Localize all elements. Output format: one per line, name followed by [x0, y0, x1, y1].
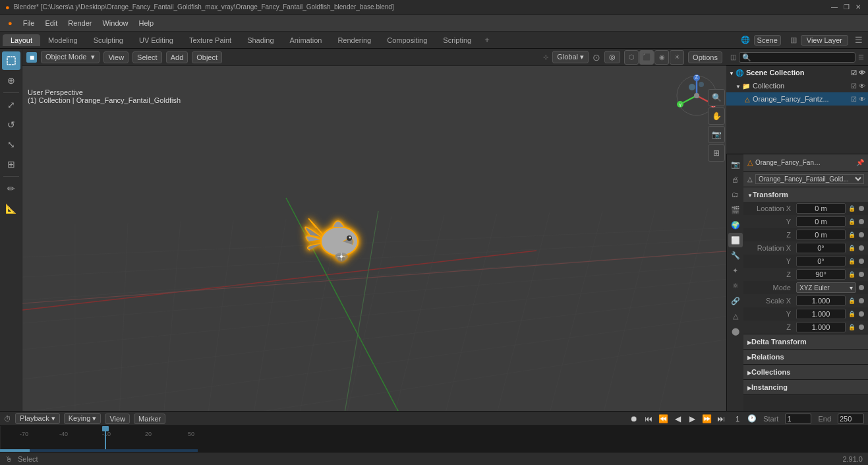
- physics-props-icon[interactable]: ⚛: [728, 278, 743, 293]
- rotation-y-dot[interactable]: [859, 259, 864, 264]
- tool-annotate[interactable]: ✏: [2, 179, 20, 198]
- marker-dropdown[interactable]: Marker: [134, 414, 165, 424]
- playback-dropdown[interactable]: Playback ▾: [15, 413, 60, 424]
- scale-y-lock[interactable]: 🔒: [848, 311, 856, 317]
- material-props-icon[interactable]: ⬤: [728, 324, 743, 338]
- pan-button[interactable]: ✋: [708, 108, 725, 125]
- tab-animation[interactable]: Animation: [282, 34, 330, 46]
- location-z-value[interactable]: 0 m: [796, 230, 846, 240]
- minimize-button[interactable]: —: [830, 3, 839, 12]
- object-mode-dropdown[interactable]: Object Mode ▾: [41, 51, 100, 63]
- tab-rendering[interactable]: Rendering: [330, 34, 379, 46]
- tool-move[interactable]: ⤢: [2, 96, 20, 114]
- location-x-lock[interactable]: 🔒: [848, 205, 856, 212]
- menu-file[interactable]: File: [18, 18, 40, 28]
- scale-x-lock[interactable]: 🔒: [848, 297, 856, 304]
- menu-render[interactable]: Render: [63, 18, 97, 28]
- mode-dot[interactable]: [859, 285, 864, 290]
- maximize-button[interactable]: ❐: [842, 3, 851, 12]
- tab-uv-editing[interactable]: UV Editing: [131, 34, 181, 46]
- scene-collection-row[interactable]: 🌐 Scene Collection ☑ 👁: [726, 66, 868, 79]
- rotation-z-value[interactable]: 90°: [796, 269, 846, 280]
- rotation-y-value[interactable]: 0°: [796, 256, 846, 266]
- tool-scale[interactable]: ⤡: [2, 135, 20, 154]
- tab-sculpting[interactable]: Sculpting: [86, 34, 131, 46]
- tool-measure[interactable]: 📐: [2, 199, 20, 218]
- tool-select-box[interactable]: [2, 51, 20, 70]
- render-props-icon[interactable]: 📷: [728, 157, 743, 171]
- view-layer-button[interactable]: View Layer: [801, 35, 848, 46]
- tab-scripting[interactable]: Scripting: [435, 34, 479, 46]
- scale-z-dot[interactable]: [859, 325, 864, 330]
- snap-magnet-icon[interactable]: ⊙: [593, 52, 600, 63]
- end-frame-input[interactable]: [838, 414, 864, 424]
- data-props-icon[interactable]: △: [728, 309, 743, 323]
- rotation-x-lock[interactable]: 🔒: [848, 245, 856, 251]
- location-z-dot[interactable]: [859, 232, 864, 237]
- render-shading[interactable]: ☀: [670, 50, 684, 65]
- obj-vis-checkbox[interactable]: ☑: [851, 96, 857, 103]
- rotation-z-lock[interactable]: 🔒: [848, 271, 856, 278]
- select-menu[interactable]: Select: [132, 51, 162, 63]
- close-button[interactable]: ✕: [854, 3, 863, 12]
- relations-header[interactable]: Relations: [743, 350, 868, 364]
- zoom-to-fit-button[interactable]: 🔍: [708, 89, 725, 106]
- tool-cursor[interactable]: ⊕: [2, 71, 20, 90]
- object-props-icon[interactable]: ⬜: [728, 233, 743, 247]
- tab-layout[interactable]: Layout: [3, 34, 40, 46]
- mesh-datablock-selector[interactable]: Orange_Fancy_Fantail_Gold...: [755, 174, 864, 184]
- viewlayer-props-icon[interactable]: 🗂: [728, 187, 743, 202]
- view-dropdown[interactable]: View: [105, 414, 130, 424]
- location-x-value[interactable]: 0 m: [796, 203, 846, 214]
- transform-header[interactable]: Transform: [743, 187, 868, 202]
- tab-texture-paint[interactable]: Texture Paint: [181, 34, 239, 46]
- menu-blender[interactable]: ●: [3, 18, 18, 28]
- proportional-edit[interactable]: ◎: [604, 51, 620, 63]
- location-x-dot[interactable]: [859, 206, 864, 211]
- scene-vis-checkbox[interactable]: ☑: [851, 69, 857, 77]
- tab-compositing[interactable]: Compositing: [379, 34, 435, 46]
- collections-header[interactable]: Collections: [743, 365, 868, 379]
- modifier-props-icon[interactable]: 🔧: [728, 248, 743, 263]
- ortho-view-button[interactable]: ⊞: [708, 144, 725, 162]
- start-frame-input[interactable]: [785, 414, 811, 424]
- rotation-y-lock[interactable]: 🔒: [848, 258, 856, 264]
- outliner-search-input[interactable]: [739, 52, 855, 63]
- output-props-icon[interactable]: 🖨: [728, 172, 743, 187]
- scale-y-value[interactable]: 1.000: [796, 309, 846, 319]
- view-menu[interactable]: View: [103, 51, 129, 63]
- tab-modeling[interactable]: Modeling: [40, 34, 86, 46]
- add-workspace-button[interactable]: +: [479, 33, 495, 47]
- rotation-x-dot[interactable]: [859, 245, 864, 251]
- material-shading[interactable]: ◉: [654, 50, 669, 65]
- menu-window[interactable]: Window: [97, 18, 133, 28]
- play-back-button[interactable]: ◀: [671, 413, 684, 425]
- play-button[interactable]: ▶: [685, 413, 699, 425]
- transform-orientation[interactable]: Global ▾: [552, 51, 589, 63]
- location-z-lock[interactable]: 🔒: [848, 232, 856, 238]
- scene-selector[interactable]: Scene: [754, 35, 781, 46]
- coll-eye-icon[interactable]: 👁: [859, 82, 865, 90]
- skip-end-button[interactable]: ⏭: [714, 413, 728, 425]
- filter-icon[interactable]: ☰: [855, 35, 863, 45]
- location-y-value[interactable]: 0 m: [796, 216, 846, 227]
- location-y-lock[interactable]: 🔒: [848, 218, 856, 225]
- tool-transform[interactable]: ⊞: [2, 155, 20, 173]
- collection-row[interactable]: 📁 Collection ☑ 👁: [726, 79, 868, 92]
- record-button[interactable]: ⏺: [627, 413, 641, 425]
- world-props-icon[interactable]: 🌍: [728, 218, 743, 232]
- menu-help[interactable]: Help: [134, 18, 159, 28]
- step-fwd-button[interactable]: ⏩: [700, 413, 713, 425]
- tab-shading[interactable]: Shading: [239, 34, 281, 46]
- skip-start-button[interactable]: ⏮: [642, 413, 655, 425]
- outliner-filter-icon[interactable]: ☰: [858, 53, 864, 61]
- add-menu[interactable]: Add: [166, 51, 188, 63]
- scale-y-dot[interactable]: [859, 311, 864, 317]
- timeline-body[interactable]: -70 -40 -10 20 50 80 110 140 170 200 230: [0, 426, 868, 452]
- rotation-z-dot[interactable]: [859, 272, 864, 277]
- object-menu[interactable]: Object: [192, 51, 222, 63]
- scale-x-dot[interactable]: [859, 298, 864, 303]
- scale-z-value[interactable]: 1.000: [796, 322, 846, 332]
- scale-x-value[interactable]: 1.000: [796, 295, 846, 306]
- delta-transform-header[interactable]: Delta Transform: [743, 334, 868, 349]
